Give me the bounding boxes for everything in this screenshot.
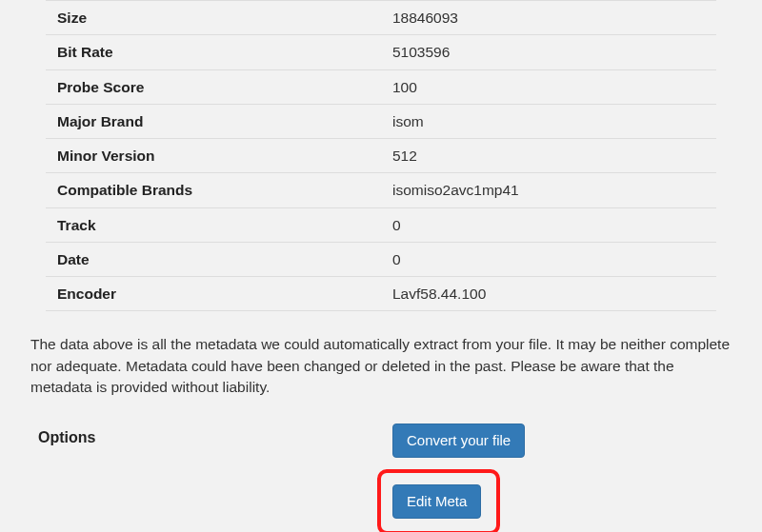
table-row: Bit Rate 5103596	[46, 35, 716, 69]
metadata-value: 5103596	[381, 35, 716, 69]
metadata-label: Size	[46, 1, 381, 35]
edit-meta-highlight: Edit Meta	[377, 469, 500, 532]
table-row: Size 18846093	[46, 1, 716, 35]
metadata-value: isom	[381, 104, 716, 138]
metadata-label: Probe Score	[46, 69, 381, 104]
metadata-label: Compatible Brands	[46, 173, 381, 207]
metadata-label: Date	[46, 242, 381, 276]
metadata-label: Minor Version	[46, 139, 381, 173]
metadata-value: 18846093	[381, 1, 716, 35]
metadata-value: 0	[381, 207, 716, 242]
table-row: Major Brand isom	[46, 104, 716, 138]
metadata-value: Lavf58.44.100	[381, 277, 716, 311]
options-heading: Options	[38, 424, 392, 446]
metadata-label: Track	[46, 207, 381, 242]
convert-file-button[interactable]: Convert your file	[392, 424, 525, 458]
table-row: Compatible Brands isomiso2avc1mp41	[46, 173, 716, 207]
metadata-table: Size 18846093 Bit Rate 5103596 Probe Sco…	[46, 0, 716, 311]
metadata-value: 512	[381, 139, 716, 173]
metadata-label: Major Brand	[46, 104, 381, 138]
table-row: Probe Score 100	[46, 69, 716, 104]
metadata-label: Encoder	[46, 277, 381, 311]
table-row: Track 0	[46, 207, 716, 242]
table-row: Encoder Lavf58.44.100	[46, 277, 716, 311]
metadata-value: 0	[381, 242, 716, 276]
metadata-disclaimer: The data above is all the metadata we co…	[30, 334, 732, 398]
edit-meta-button[interactable]: Edit Meta	[392, 484, 481, 519]
metadata-label: Bit Rate	[46, 35, 381, 69]
metadata-value: 100	[381, 69, 716, 104]
table-row: Minor Version 512	[46, 139, 716, 173]
metadata-value: isomiso2avc1mp41	[381, 173, 716, 207]
table-row: Date 0	[46, 242, 716, 276]
